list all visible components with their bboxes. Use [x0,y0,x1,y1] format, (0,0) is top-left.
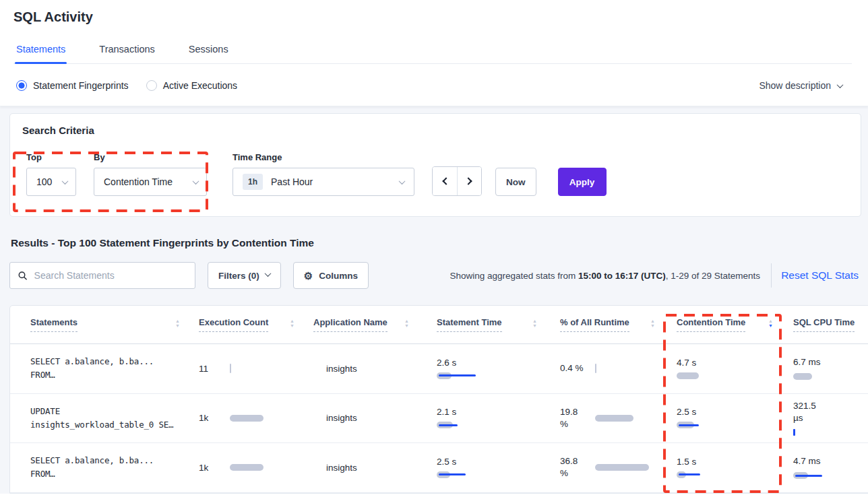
pct-runtime-bar [595,414,657,422]
show-description-label: Show description [759,80,831,91]
sql-cpu-time-bar [793,428,861,436]
time-range-badge: 1h [243,174,263,190]
columns-label: Columns [319,271,358,281]
execution-count-cell: 1k [199,463,313,473]
statement-time-bar [437,372,504,380]
contention-time-bar [677,372,744,380]
sort-icons: ▲▼ [532,319,537,328]
sql-cpu-time-cell: 4.7 ms [792,455,868,480]
by-select-value: Contention Time [104,176,173,187]
contention-time-bar [677,471,744,479]
columns-button[interactable]: ⚙ Columns [293,262,369,289]
pct-runtime-cell: 36.8 % [556,455,674,480]
statement-time-cell: 2.1 s [428,407,556,429]
filters-label: Filters (0) [218,271,259,281]
sort-asc-icon: ▲ [532,319,537,323]
radio-statement-fingerprints[interactable]: Statement Fingerprints [16,80,129,91]
application-name-cell: insights [313,413,428,423]
now-button[interactable]: Now [495,168,536,196]
column-header-contention-time[interactable]: Contention Time ▲▼ [674,317,792,332]
filters-button[interactable]: Filters (0) [208,262,281,289]
sort-desc-icon: ▼ [175,324,180,328]
table-row: SELECT a.balance, b.ba... FROM… 11 insig… [10,344,868,394]
table-row: SELECT a.balance, b.ba... FROM… 1k insig… [10,443,868,493]
statement-time-bar [437,471,504,479]
execution-count-cell: 1k [199,413,313,423]
statement-time-cell: 2.5 s [428,457,556,479]
execution-count-bar [230,364,272,372]
sort-icons: ▲▼ [650,319,655,328]
tab-bar: Statements Transactions Sessions [13,40,852,64]
table-header-row: Statements ▲▼ Execution Count ▲▼ Applica… [10,306,868,344]
contention-time-cell: 2.5 s [674,407,792,429]
time-next-button[interactable] [457,167,481,195]
search-icon [18,271,28,281]
chevron-left-icon [442,177,450,185]
top-select-value: 100 [36,176,52,187]
column-header-sql-cpu-time[interactable]: SQL CPU Time [792,317,868,332]
radio-label: Active Executions [163,80,238,91]
radio-label: Statement Fingerprints [33,80,129,91]
column-header-statement-time[interactable]: Statement Time ▲▼ [428,317,556,332]
sort-icons: ▲▼ [290,319,294,328]
statement-fingerprint-link[interactable]: UPDATE insights_workload_table_0 SE… [30,405,199,432]
chevron-down-icon [62,178,69,185]
time-range-value: Past Hour [271,176,313,187]
application-name-cell: insights [313,463,428,473]
time-prev-button[interactable] [433,167,457,195]
sort-asc-icon: ▲ [290,319,294,323]
statement-fingerprint-link[interactable]: SELECT a.balance, b.ba... FROM… [30,454,199,481]
pct-runtime-bar [595,364,657,372]
statement-fingerprint-link[interactable]: SELECT a.balance, b.ba... FROM… [30,355,199,382]
show-description-toggle[interactable]: Show description [759,80,842,91]
column-header-pct-runtime[interactable]: % of All Runtime ▲▼ [556,317,674,332]
search-criteria-card: Search Criteria Top 100 By Contention Ti… [9,113,861,217]
top-label: Top [26,152,76,162]
contention-time-bar [677,421,744,429]
sort-desc-icon: ▼ [532,324,537,328]
statement-time-bar [437,421,504,429]
chevron-down-icon [399,178,406,185]
sort-asc-icon: ▲ [650,319,655,323]
tab-statements[interactable]: Statements [15,40,67,63]
application-name-cell: insights [313,364,428,374]
sort-asc-icon: ▲ [768,319,773,323]
column-header-statements[interactable]: Statements ▲▼ [30,317,199,332]
apply-button[interactable]: Apply [558,168,607,196]
by-select[interactable]: Contention Time [94,168,207,196]
contention-time-cell: 1.5 s [674,457,792,479]
page-title: SQL Activity [13,9,852,25]
by-label: By [94,152,207,162]
execution-count-bar [230,414,272,422]
sort-asc-icon: ▲ [404,319,409,323]
pct-runtime-cell: 19.8 % [556,406,674,430]
column-header-execution-count[interactable]: Execution Count ▲▼ [199,317,313,332]
divider [771,263,772,288]
search-statements-input[interactable] [34,270,187,281]
execution-count-bar [230,463,272,471]
sort-icons: ▲▼ [768,319,773,328]
contention-time-cell: 4.7 s [674,358,792,380]
radio-active-executions[interactable]: Active Executions [146,80,238,91]
statement-time-cell: 2.6 s [428,358,556,380]
sort-icons: ▲▼ [404,319,409,328]
sort-asc-icon: ▲ [175,319,180,323]
column-header-application-name[interactable]: Application Name ▲▼ [313,317,428,332]
top-select[interactable]: 100 [26,168,76,196]
view-toggle-bar: Statement Fingerprints Active Executions… [0,64,868,106]
tab-sessions[interactable]: Sessions [187,40,230,63]
sql-cpu-time-bar [793,471,861,480]
sort-desc-icon: ▼ [768,324,773,328]
showing-stats-text: Showing aggregated stats from 15:00 to 1… [450,271,760,281]
sort-icons: ▲▼ [175,319,180,328]
sort-desc-icon: ▼ [290,324,294,328]
chevron-down-icon [264,270,271,277]
sql-cpu-time-cell: 321.5 µs [792,400,868,436]
time-range-select[interactable]: 1h Past Hour [232,168,414,196]
radio-selected-icon [16,80,27,91]
tab-transactions[interactable]: Transactions [98,40,156,63]
reset-sql-stats-link[interactable]: Reset SQL Stats [781,269,861,282]
sort-desc-icon: ▼ [650,324,655,328]
chevron-down-icon [193,178,199,185]
statements-table: Statements ▲▼ Execution Count ▲▼ Applica… [9,305,868,494]
